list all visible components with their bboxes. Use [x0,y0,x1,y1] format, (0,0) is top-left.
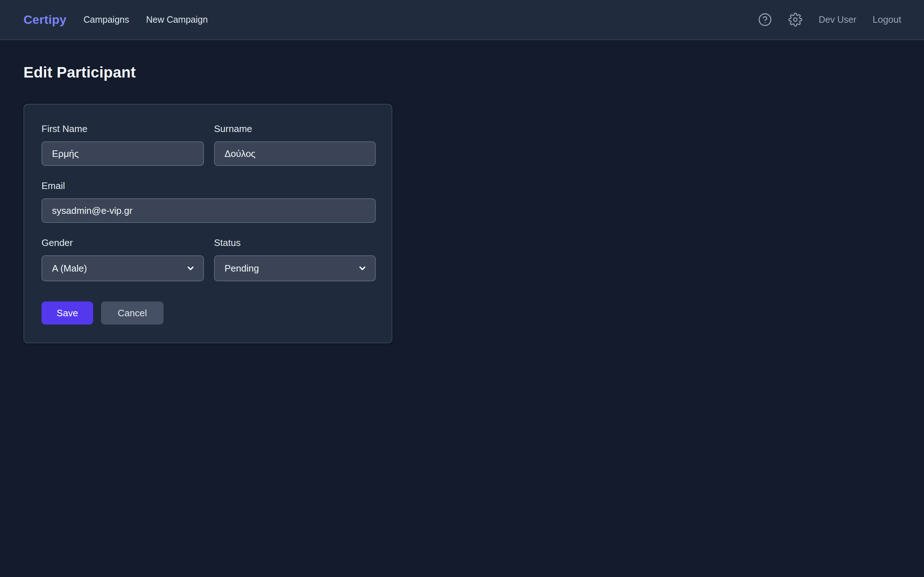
save-button[interactable]: Save [42,301,93,324]
gear-icon [788,13,802,27]
gender-field: Gender A (Male) [42,237,204,281]
nav-left: Certipy Campaigns New Campaign [23,13,208,27]
status-label: Status [214,237,376,248]
logout-button[interactable]: Logout [872,14,901,25]
status-select[interactable]: Pending [214,255,376,281]
top-nav: Certipy Campaigns New Campaign Dev User [0,0,924,40]
form-actions: Save Cancel [42,301,374,324]
brand-logo[interactable]: Certipy [23,13,66,27]
main-content: Edit Participant First Name Surname Emai… [0,64,924,343]
user-name: Dev User [819,15,856,25]
email-field: Email [42,180,376,223]
help-circle-icon [758,13,772,27]
email-label: Email [42,180,376,192]
cancel-button[interactable]: Cancel [101,301,163,324]
gender-label: Gender [42,237,204,248]
gender-select[interactable]: A (Male) [42,255,204,281]
status-select-wrap: Pending [214,255,376,281]
settings-button[interactable] [788,13,802,27]
nav-item-new-campaign[interactable]: New Campaign [146,15,208,25]
surname-label: Surname [214,123,376,134]
email-input[interactable] [42,198,376,223]
surname-input[interactable] [214,141,376,166]
form-grid: First Name Surname Email Gender A (Male) [42,123,374,281]
nav-right: Dev User Logout [758,13,901,27]
surname-field: Surname [214,123,376,166]
help-button[interactable] [758,13,772,27]
status-field: Status Pending [214,237,376,281]
edit-participant-card: First Name Surname Email Gender A (Male) [23,104,393,343]
page-title: Edit Participant [23,64,901,81]
nav-item-campaigns[interactable]: Campaigns [83,15,129,25]
first-name-label: First Name [42,123,204,134]
first-name-field: First Name [42,123,204,166]
gender-select-wrap: A (Male) [42,255,204,281]
first-name-input[interactable] [42,141,204,166]
